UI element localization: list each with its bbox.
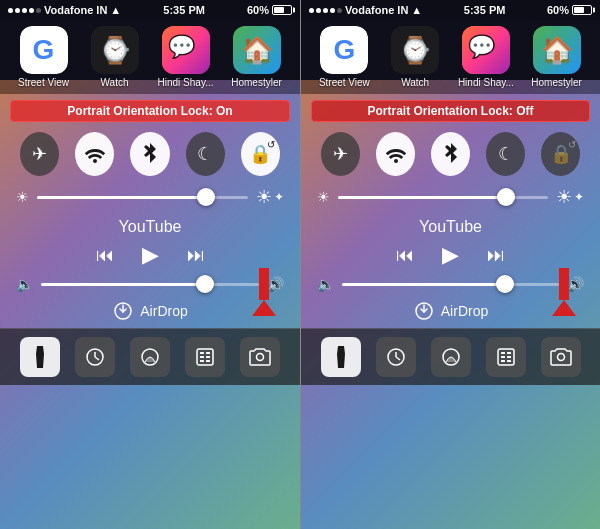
fastforward-btn-right[interactable]: ⏭	[487, 245, 505, 266]
battery-fill-right	[574, 7, 584, 13]
camera-btn-right[interactable]	[541, 337, 581, 377]
orientation-text-left: Portrait Orientation Lock: On	[67, 104, 232, 118]
volume-track-left[interactable]	[41, 283, 259, 286]
svg-rect-14	[206, 360, 210, 362]
svg-text:💬: 💬	[468, 33, 496, 60]
homestyler-icon-left: 🏠	[233, 26, 281, 74]
brightness-track-left[interactable]	[37, 196, 248, 199]
svg-line-22	[396, 357, 400, 360]
rotation-lock-left[interactable]: 🔒 ↺	[241, 132, 280, 176]
orientation-banner-right: Portrait Orientation Lock: Off	[311, 100, 590, 122]
street-view-icon-left: G	[20, 26, 68, 74]
right-panel: Vodafone IN ▲ 5:35 PM 60% G Street View …	[300, 0, 600, 529]
play-btn-right[interactable]: ▶	[442, 242, 459, 268]
svg-line-6	[95, 357, 99, 360]
signal-dots	[8, 8, 41, 13]
control-center-left: Portrait Orientation Lock: On ✈ ☾ 🔒 ↺	[0, 100, 300, 328]
calculator-btn-left[interactable]	[185, 337, 225, 377]
left-panel: Vodafone IN ▲ 5:35 PM 60% G Street View …	[0, 0, 300, 529]
rotation-lock-right[interactable]: 🔒 ↺	[541, 132, 580, 176]
toggle-row-right: ✈ ☾ 🔒 ↺	[301, 126, 600, 182]
clock-btn-right[interactable]	[376, 337, 416, 377]
do-not-disturb-btn-left[interactable]	[130, 337, 170, 377]
clock-btn-left[interactable]	[75, 337, 115, 377]
app-homestyler-right[interactable]: 🏠 Homestyler	[528, 26, 586, 88]
svg-rect-26	[507, 352, 511, 354]
volume-low-icon-left: 🔈	[16, 276, 33, 292]
battery-icon	[272, 5, 292, 15]
app-watch-left[interactable]: ⌚ Watch	[86, 26, 144, 88]
do-not-disturb-btn-right[interactable]	[431, 337, 471, 377]
carrier-label-right: Vodafone IN	[345, 4, 408, 16]
watch-icon-left: ⌚	[91, 26, 139, 74]
homestyler-label-right: Homestyler	[528, 77, 586, 88]
time-display-right: 5:35 PM	[464, 4, 506, 16]
status-right-right: 60%	[547, 4, 592, 16]
svg-point-15	[257, 354, 264, 361]
airplane-toggle-right[interactable]: ✈	[321, 132, 360, 176]
app-hindi-right[interactable]: 💬 Hindi Shay...	[457, 26, 515, 88]
wifi-icon-right: ▲	[411, 4, 422, 16]
fastforward-btn-left[interactable]: ⏭	[187, 245, 205, 266]
moon-toggle-left[interactable]: ☾	[186, 132, 225, 176]
signal-dot-r5	[337, 8, 342, 13]
rewind-btn-right[interactable]: ⏮	[396, 245, 414, 266]
flashlight-btn-right[interactable]	[321, 337, 361, 377]
brightness-thumb-left[interactable]	[197, 188, 215, 206]
brightness-low-icon-left: ☀	[16, 189, 29, 205]
now-playing-left: YouTube	[0, 212, 300, 238]
svg-rect-10	[206, 352, 210, 354]
bluetooth-toggle-right[interactable]	[431, 132, 470, 176]
brightness-track-right[interactable]	[338, 196, 548, 199]
volume-thumb-right[interactable]	[496, 275, 514, 293]
carrier-label: Vodafone IN	[44, 4, 107, 16]
wifi-toggle-right[interactable]	[376, 132, 415, 176]
airdrop-label-right: AirDrop	[441, 303, 488, 319]
camera-btn-left[interactable]	[240, 337, 280, 377]
svg-rect-25	[501, 352, 505, 354]
app-watch-right[interactable]: ⌚ Watch	[386, 26, 444, 88]
wifi-toggle-left[interactable]	[75, 132, 114, 176]
signal-dot-4	[29, 8, 34, 13]
app-street-view-left[interactable]: G Street View	[15, 26, 73, 88]
volume-fill-right	[342, 283, 505, 286]
airdrop-icon-right	[413, 300, 435, 322]
status-bar-right: Vodafone IN ▲ 5:35 PM 60%	[301, 0, 600, 20]
orientation-banner-left: Portrait Orientation Lock: On	[10, 100, 290, 122]
now-playing-right: YouTube	[301, 212, 600, 238]
calculator-btn-right[interactable]	[486, 337, 526, 377]
svg-rect-13	[200, 360, 204, 362]
app-homestyler-left[interactable]: 🏠 Homestyler	[228, 26, 286, 88]
watch-label-right: Watch	[386, 77, 444, 88]
svg-rect-24	[498, 349, 514, 365]
app-hindi-left[interactable]: 💬 Hindi Shay...	[157, 26, 215, 88]
rewind-btn-left[interactable]: ⏮	[96, 245, 114, 266]
brightness-high-icon-right: ☀ ✦	[556, 186, 584, 208]
watch-label-left: Watch	[86, 77, 144, 88]
wifi-icon: ▲	[110, 4, 121, 16]
toggle-row-left: ✈ ☾ 🔒 ↺	[0, 126, 300, 182]
airplane-toggle-left[interactable]: ✈	[20, 132, 59, 176]
volume-thumb-left[interactable]	[196, 275, 214, 293]
svg-rect-29	[501, 360, 505, 362]
bottom-toolbar-left	[0, 328, 300, 385]
media-controls-left: ⏮ ▶ ⏭	[0, 238, 300, 272]
svg-rect-28	[507, 356, 511, 358]
volume-track-right[interactable]	[342, 283, 559, 286]
street-view-label-right: Street View	[315, 77, 373, 88]
app-street-view-right[interactable]: G Street View	[315, 26, 373, 88]
moon-toggle-right[interactable]: ☾	[486, 132, 525, 176]
signal-dot-r1	[309, 8, 314, 13]
svg-rect-11	[200, 356, 204, 358]
arrow-tip-left	[252, 300, 276, 316]
bluetooth-toggle-left[interactable]	[130, 132, 169, 176]
brightness-slider-right: ☀ ☀ ✦	[301, 182, 600, 212]
svg-point-31	[557, 354, 564, 361]
battery-icon-right	[572, 5, 592, 15]
status-bar-left: Vodafone IN ▲ 5:35 PM 60%	[0, 0, 300, 20]
hindi-icon-right: 💬	[462, 26, 510, 74]
homestyler-icon-right: 🏠	[533, 26, 581, 74]
play-btn-left[interactable]: ▶	[142, 242, 159, 268]
brightness-thumb-right[interactable]	[497, 188, 515, 206]
flashlight-btn-left[interactable]	[20, 337, 60, 377]
